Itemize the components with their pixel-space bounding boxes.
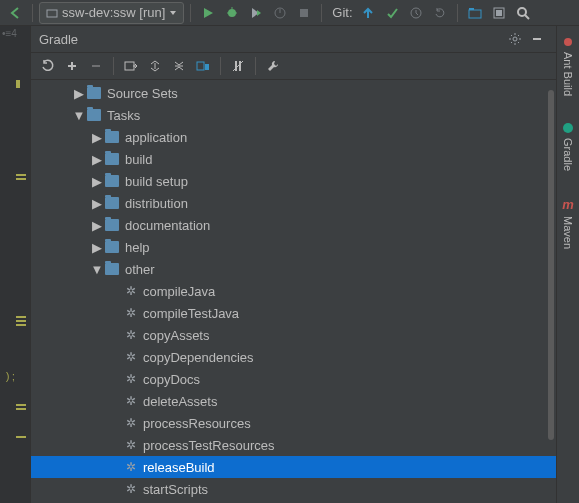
side-tab-ant[interactable]: Ant Build: [560, 32, 576, 100]
separator: [190, 4, 191, 22]
tree-label: other: [125, 262, 155, 277]
chevron-right-icon[interactable]: ▶: [89, 196, 105, 211]
tree-label: releaseBuild: [143, 460, 215, 475]
tree-label: copyDocs: [143, 372, 200, 387]
svg-rect-6: [300, 9, 308, 17]
gear-icon: ✲: [125, 307, 137, 319]
gear-icon: ✲: [125, 395, 137, 407]
collapse-all-icon[interactable]: [168, 55, 190, 77]
tree-node-build_setup[interactable]: ▶build setup: [31, 170, 556, 192]
chevron-right-icon[interactable]: ▶: [89, 218, 105, 233]
folder-icon: [87, 109, 101, 121]
show-settings-icon[interactable]: [192, 55, 214, 77]
tree-node-tasks[interactable]: ▼Tasks: [31, 104, 556, 126]
gutter-change-marker: [16, 408, 26, 410]
project-structure-icon[interactable]: [464, 2, 486, 24]
tree-node-application[interactable]: ▶application: [31, 126, 556, 148]
tree-node-build[interactable]: ▶build: [31, 148, 556, 170]
separator: [457, 4, 458, 22]
chevron-down-icon[interactable]: ▼: [89, 262, 105, 277]
side-tab-maven[interactable]: m Maven: [560, 193, 576, 253]
run-coverage-icon[interactable]: [245, 2, 267, 24]
tree-node-help[interactable]: ▶help: [31, 236, 556, 258]
scrollbar-thumb[interactable]: [548, 90, 554, 440]
gutter-change-marker: [16, 80, 20, 88]
tree-task-copyDependencies[interactable]: ✲copyDependencies: [31, 346, 556, 368]
gutter-change-marker: [16, 178, 26, 180]
refresh-icon[interactable]: [37, 55, 59, 77]
tree-task-processTestResources[interactable]: ✲processTestResources: [31, 434, 556, 456]
gutter-change-marker: [16, 174, 26, 176]
minimize-icon[interactable]: [526, 28, 548, 50]
tree-task-startScripts[interactable]: ✲startScripts: [31, 478, 556, 500]
offline-icon[interactable]: [227, 55, 249, 77]
gear-icon: ✲: [125, 329, 137, 341]
git-history-icon[interactable]: [405, 2, 427, 24]
right-tool-tabs: Ant Build Gradle m Maven: [556, 26, 579, 503]
profile-icon[interactable]: [269, 2, 291, 24]
folder-icon: [105, 175, 119, 187]
folder-icon: [105, 153, 119, 165]
git-commit-icon[interactable]: [381, 2, 403, 24]
scrollbar[interactable]: [546, 80, 556, 503]
chevron-right-icon[interactable]: ▶: [71, 86, 87, 101]
side-tab-gradle[interactable]: Gradle: [560, 118, 576, 175]
side-tab-label: Gradle: [562, 138, 574, 171]
gear-icon[interactable]: [504, 28, 526, 50]
svg-point-1: [228, 9, 236, 17]
gutter-text: ) ;: [6, 371, 15, 382]
folder-icon: [105, 241, 119, 253]
svg-rect-22: [197, 62, 204, 70]
tree-label: copyDependencies: [143, 350, 254, 365]
back-icon[interactable]: [4, 2, 26, 24]
gradle-toolbar: [31, 53, 556, 80]
git-revert-icon[interactable]: [429, 2, 451, 24]
add-icon[interactable]: [61, 55, 83, 77]
tree-task-compileTestJava[interactable]: ✲compileTestJava: [31, 302, 556, 324]
tree-label: help: [125, 240, 150, 255]
chevron-right-icon[interactable]: ▶: [89, 174, 105, 189]
gradle-panel: Gradle ▶Source Sets▼Tasks▶application▶bu…: [31, 26, 556, 503]
tree-label: build: [125, 152, 152, 167]
tree-task-compileJava[interactable]: ✲compileJava: [31, 280, 556, 302]
expand-all-icon[interactable]: [144, 55, 166, 77]
tree-label: processResources: [143, 416, 251, 431]
chevron-down-icon[interactable]: ▼: [71, 108, 87, 123]
run-icon[interactable]: [197, 2, 219, 24]
tree-task-copyDocs[interactable]: ✲copyDocs: [31, 368, 556, 390]
tree-task-releaseBuild[interactable]: ✲releaseBuild: [31, 456, 556, 478]
gutter-change-marker: [16, 320, 26, 322]
gutter-change-marker: [16, 404, 26, 406]
tree-node-distribution[interactable]: ▶distribution: [31, 192, 556, 214]
editor-gutter: •≡4 ) ;: [0, 26, 31, 503]
folder-icon: [105, 219, 119, 231]
search-icon[interactable]: [512, 2, 534, 24]
git-update-icon[interactable]: [357, 2, 379, 24]
gradle-tree[interactable]: ▶Source Sets▼Tasks▶application▶build▶bui…: [31, 80, 556, 503]
svg-point-27: [564, 38, 572, 46]
remove-icon[interactable]: [85, 55, 107, 77]
debug-icon[interactable]: [221, 2, 243, 24]
chevron-right-icon[interactable]: ▶: [89, 240, 105, 255]
gear-icon: ✲: [125, 417, 137, 429]
execute-icon[interactable]: [120, 55, 142, 77]
tree-task-copyAssets[interactable]: ✲copyAssets: [31, 324, 556, 346]
tree-node-source-sets[interactable]: ▶Source Sets: [31, 82, 556, 104]
wrench-icon[interactable]: [262, 55, 284, 77]
stop-icon[interactable]: [293, 2, 315, 24]
side-tab-label: Maven: [562, 216, 574, 249]
gear-icon: ✲: [125, 285, 137, 297]
svg-rect-19: [125, 62, 134, 70]
tree-node-other[interactable]: ▼other: [31, 258, 556, 280]
chevron-right-icon[interactable]: ▶: [89, 130, 105, 145]
tree-label: copyAssets: [143, 328, 209, 343]
tree-node-documentation[interactable]: ▶documentation: [31, 214, 556, 236]
gear-icon: ✲: [125, 439, 137, 451]
sdk-icon[interactable]: [488, 2, 510, 24]
tree-task-deleteAssets[interactable]: ✲deleteAssets: [31, 390, 556, 412]
chevron-right-icon[interactable]: ▶: [89, 152, 105, 167]
folder-icon: [105, 197, 119, 209]
tree-task-processResources[interactable]: ✲processResources: [31, 412, 556, 434]
tree-label: application: [125, 130, 187, 145]
run-config-selector[interactable]: ssw-dev:ssw [run]: [39, 2, 184, 24]
